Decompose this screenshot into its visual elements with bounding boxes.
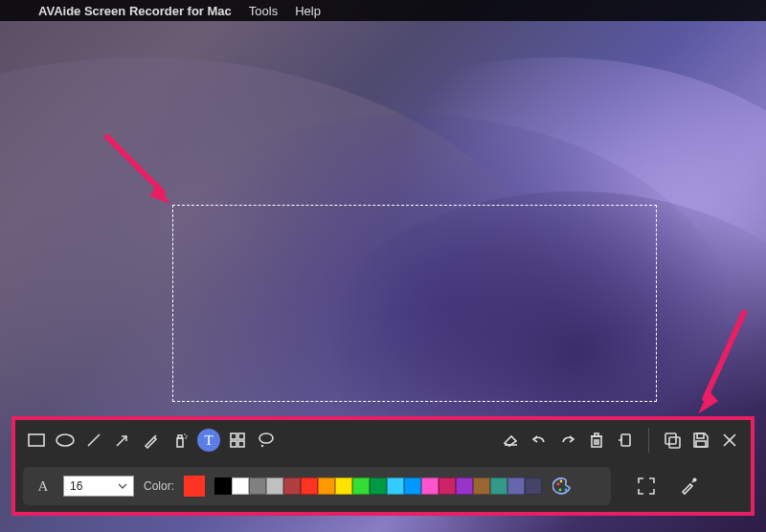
- svg-line-6: [88, 434, 100, 446]
- pin-button[interactable]: [614, 429, 637, 452]
- svg-line-7: [117, 436, 126, 446]
- svg-point-36: [559, 489, 562, 492]
- svg-rect-31: [697, 433, 704, 438]
- palette-icon[interactable]: [552, 475, 574, 498]
- menu-tools[interactable]: Tools: [249, 4, 278, 18]
- color-swatch[interactable]: [249, 477, 266, 495]
- redo-button[interactable]: [556, 429, 579, 452]
- svg-point-37: [565, 489, 568, 492]
- color-picker-button[interactable]: [678, 476, 699, 497]
- color-swatch[interactable]: [232, 477, 249, 495]
- color-swatch[interactable]: [490, 477, 507, 495]
- menu-help[interactable]: Help: [295, 4, 321, 18]
- chevron-down-icon: [118, 483, 127, 489]
- svg-point-19: [259, 433, 273, 443]
- color-swatch[interactable]: [439, 477, 456, 495]
- arrow-tool[interactable]: [111, 429, 134, 452]
- color-swatch[interactable]: [370, 477, 387, 495]
- color-label: Color:: [144, 479, 174, 493]
- svg-rect-4: [29, 434, 44, 446]
- svg-point-11: [184, 433, 186, 435]
- color-swatch[interactable]: [266, 477, 283, 495]
- svg-rect-9: [177, 438, 183, 447]
- capture-selection[interactable]: [172, 205, 657, 402]
- svg-point-12: [186, 435, 188, 437]
- svg-rect-17: [231, 441, 237, 447]
- color-swatch[interactable]: [404, 477, 421, 495]
- svg-rect-30: [669, 437, 680, 448]
- color-swatch[interactable]: [421, 477, 439, 495]
- color-swatch[interactable]: [335, 477, 352, 495]
- app-name: AVAide Screen Recorder for Mac: [38, 4, 232, 18]
- svg-line-8: [154, 435, 156, 437]
- swatch-row: [214, 477, 542, 495]
- copy-button[interactable]: [661, 429, 684, 452]
- svg-point-40: [693, 478, 696, 481]
- svg-line-2: [705, 311, 744, 401]
- color-swatch[interactable]: [456, 477, 473, 495]
- svg-text:T: T: [204, 432, 213, 448]
- menubar: AVAide Screen Recorder for Mac Tools Hel…: [0, 0, 766, 21]
- color-swatch[interactable]: [352, 477, 370, 495]
- font-size-value: 16: [70, 479, 82, 493]
- save-button[interactable]: [689, 429, 712, 452]
- current-color[interactable]: [184, 476, 205, 497]
- svg-rect-15: [231, 433, 237, 439]
- spray-tool[interactable]: [169, 429, 192, 452]
- color-swatch[interactable]: [318, 477, 335, 495]
- ellipse-tool[interactable]: [54, 429, 77, 452]
- fullscreen-button[interactable]: [636, 476, 657, 497]
- svg-rect-18: [238, 441, 244, 447]
- svg-rect-10: [178, 435, 182, 438]
- undo-button[interactable]: [528, 429, 551, 452]
- svg-rect-32: [696, 441, 706, 447]
- annotation-arrow-to-save: [690, 304, 766, 432]
- pencil-tool[interactable]: [140, 429, 163, 452]
- eraser-tool[interactable]: [499, 429, 522, 452]
- svg-point-38: [560, 480, 563, 483]
- svg-point-20: [261, 445, 263, 447]
- color-swatch[interactable]: [283, 477, 301, 495]
- text-tool[interactable]: T: [197, 429, 220, 452]
- line-tool[interactable]: [82, 429, 105, 452]
- color-swatch[interactable]: [387, 477, 404, 495]
- font-size-select[interactable]: 16: [63, 476, 134, 497]
- svg-point-13: [185, 437, 187, 439]
- color-swatch[interactable]: [507, 477, 525, 495]
- color-swatch[interactable]: [473, 477, 490, 495]
- svg-point-35: [557, 483, 560, 486]
- blur-tool[interactable]: [226, 429, 249, 452]
- delete-button[interactable]: [585, 429, 608, 452]
- svg-marker-3: [698, 390, 718, 414]
- annotation-toolbar: T A 16 Color:: [11, 416, 755, 516]
- callout-tool[interactable]: [255, 429, 278, 452]
- close-button[interactable]: [718, 429, 741, 452]
- color-swatch[interactable]: [301, 477, 318, 495]
- svg-rect-16: [238, 433, 244, 439]
- svg-rect-27: [595, 433, 598, 436]
- font-label: A: [33, 476, 54, 497]
- color-swatch[interactable]: [525, 477, 542, 495]
- svg-rect-28: [621, 434, 630, 446]
- svg-point-5: [56, 434, 74, 446]
- color-swatch[interactable]: [214, 477, 232, 495]
- annotation-arrow-to-selection: [96, 129, 192, 225]
- svg-line-0: [107, 137, 163, 192]
- svg-rect-29: [665, 433, 676, 444]
- rectangle-tool[interactable]: [25, 429, 48, 452]
